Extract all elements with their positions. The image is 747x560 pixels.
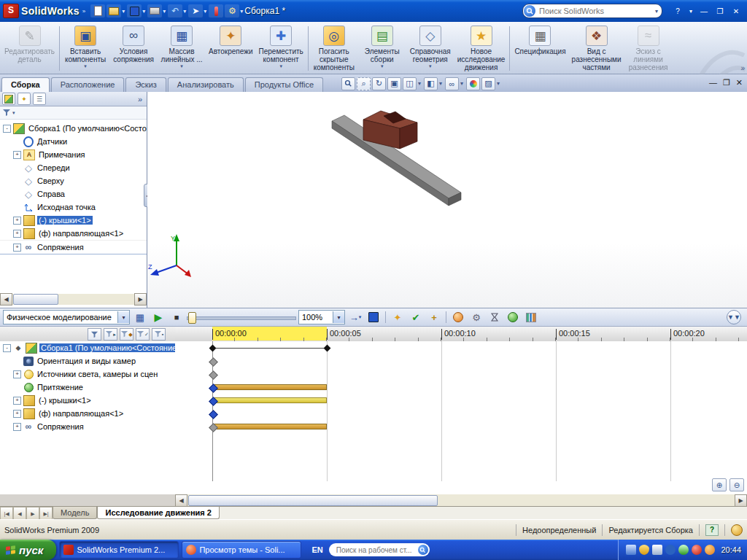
- autokey-icon[interactable]: ✔: [408, 310, 424, 325]
- slider-thumb[interactable]: [188, 312, 196, 324]
- print-icon[interactable]: [147, 4, 162, 18]
- chevron-down-icon[interactable]: ▾: [381, 63, 384, 69]
- scroll-left-icon[interactable]: ◀: [175, 494, 187, 507]
- taskbar-task-solidworks[interactable]: SolidWorks Premium 2...: [59, 541, 179, 559]
- assembly-features-button[interactable]: ▤ Элементы сборки ▾: [358, 23, 406, 74]
- chevron-down-icon[interactable]: ▾: [279, 63, 282, 69]
- new-document-icon[interactable]: [90, 4, 105, 18]
- search-dropdown-icon[interactable]: ▾: [655, 8, 658, 15]
- help-dropdown-icon[interactable]: ▾: [687, 6, 694, 17]
- playback-mode-icon[interactable]: →▾: [347, 310, 363, 325]
- doc-close-icon[interactable]: ✕: [736, 78, 743, 88]
- chevron-down-icon[interactable]: ▾: [180, 63, 183, 69]
- bill-of-materials-button[interactable]: ▦ Спецификация: [511, 23, 568, 74]
- key-diamond[interactable]: [209, 357, 218, 367]
- chevron-down-icon[interactable]: ▾: [84, 63, 87, 69]
- zoom-fit-icon[interactable]: [341, 77, 355, 90]
- motion-item-part-napravlyayushchaya[interactable]: + (ф) направляющая<1>: [0, 407, 175, 420]
- filter-animated-icon[interactable]: ▸: [104, 328, 117, 341]
- zoom-out-icon[interactable]: ⊖: [729, 478, 744, 491]
- tray-icon[interactable]: [652, 545, 662, 555]
- doc-restore-icon[interactable]: ❐: [723, 78, 730, 88]
- filter-selected-icon[interactable]: ✓: [136, 328, 150, 341]
- more-tabs-icon[interactable]: »: [138, 95, 142, 104]
- save-animation-icon[interactable]: [365, 310, 382, 325]
- minimize-button[interactable]: —: [697, 6, 711, 17]
- motion-item-gravity[interactable]: Притяжение: [0, 381, 175, 394]
- configuration-manager-tab-icon[interactable]: ☰: [33, 93, 46, 105]
- key-diamond[interactable]: [209, 345, 217, 352]
- simulation-bar[interactable]: [212, 424, 327, 429]
- start-button[interactable]: пуск: [0, 540, 56, 560]
- view-orientation-icon[interactable]: ◫: [403, 77, 417, 90]
- edit-component-button[interactable]: ✎ Редактировать деталь: [1, 23, 58, 74]
- timeline-ruler[interactable]: 00:00:00 00:00:05 00:00:10 00:00:15 00:0…: [175, 327, 747, 342]
- ribbon-overflow-icon[interactable]: »: [740, 64, 745, 72]
- language-indicator[interactable]: EN: [311, 545, 322, 554]
- filter-results-icon[interactable]: ▪: [152, 328, 166, 341]
- taskbar-task-browser[interactable]: Просмотр темы - Soli...: [182, 541, 301, 559]
- tree-item-front-plane[interactable]: ◇ Спереди: [0, 161, 147, 174]
- antivirus-icon[interactable]: [692, 545, 702, 555]
- options-icon[interactable]: ⚙: [225, 4, 239, 18]
- open-icon[interactable]: [107, 4, 121, 18]
- solidworks-search[interactable]: ▾: [522, 4, 662, 18]
- tree-item-right-plane[interactable]: ◇ Справа: [0, 187, 147, 201]
- hide-show-items-icon[interactable]: ∞: [445, 77, 459, 90]
- filter-all-icon[interactable]: [88, 328, 101, 341]
- show-hidden-components-button[interactable]: ◎ Погасить скрытые компоненты: [310, 23, 358, 74]
- tree-item-part-kryshki[interactable]: + (-) крышки<1>: [0, 214, 147, 227]
- tree-item-top-plane[interactable]: ◇ Сверху: [0, 174, 147, 187]
- motion-item-part-kryshki[interactable]: + (-) крышки<1>: [0, 394, 175, 407]
- explode-line-sketch-button[interactable]: ≈ Эскиз с линиями разнесения: [624, 23, 673, 74]
- section-view-icon[interactable]: ▣: [387, 77, 401, 90]
- tree-item-origin[interactable]: Исходная точка: [0, 201, 147, 214]
- undo-icon[interactable]: ↶: [168, 4, 182, 18]
- play-icon[interactable]: ▶: [150, 310, 166, 325]
- update-icon[interactable]: [705, 545, 715, 555]
- animation-wizard-icon[interactable]: ✦: [390, 310, 406, 325]
- smart-fasteners-button[interactable]: ✦ Автокрепежи: [206, 23, 255, 74]
- simulation-bar[interactable]: [212, 397, 327, 403]
- scrollbar-thumb[interactable]: [13, 294, 58, 305]
- edit-appearance-icon[interactable]: [466, 77, 480, 90]
- close-button[interactable]: ✕: [729, 6, 743, 17]
- restore-button[interactable]: ❐: [713, 6, 727, 17]
- apply-scene-icon[interactable]: ▨: [481, 77, 495, 90]
- filter-driving-icon[interactable]: ◆: [120, 328, 133, 341]
- zoom-in-icon[interactable]: ⊕: [712, 478, 727, 491]
- collapse-motion-manager-icon[interactable]: ▼▼: [727, 310, 741, 324]
- motion-item-lights[interactable]: + Источники света, камеры и сцен: [0, 368, 175, 381]
- tree-item-mates[interactable]: + ∞ Сопряжения: [0, 240, 147, 254]
- motor-icon[interactable]: [450, 310, 466, 325]
- display-style-icon[interactable]: ◧: [424, 77, 438, 90]
- tab-motion-study-2[interactable]: Исследование движения 2: [97, 507, 219, 519]
- timeline-scrollbar[interactable]: ◀ ▶: [175, 494, 747, 506]
- previous-view-icon[interactable]: ↻: [372, 77, 386, 90]
- simulation-bar[interactable]: [212, 384, 327, 390]
- doc-minimize-icon[interactable]: —: [709, 78, 717, 88]
- filter-dropdown-icon[interactable]: ▾: [12, 110, 15, 116]
- damper-icon[interactable]: [487, 310, 503, 325]
- reference-geometry-button[interactable]: ◇ Справочная геометрия ▾: [406, 23, 454, 74]
- desktop-search-input[interactable]: [335, 545, 418, 555]
- mate-button[interactable]: ∞ Условия сопряжения: [109, 23, 158, 74]
- select-icon[interactable]: ➤: [188, 4, 203, 18]
- key-diamond[interactable]: [209, 370, 218, 380]
- scroll-right-icon[interactable]: ▶: [735, 494, 747, 507]
- desktop-search[interactable]: [329, 543, 430, 556]
- tree-item-sensors[interactable]: Датчики: [0, 135, 147, 148]
- timeline-slider[interactable]: [187, 311, 296, 323]
- key-diamond[interactable]: [324, 345, 331, 352]
- move-component-button[interactable]: ✚ Переместить компонент ▾: [256, 23, 306, 74]
- tray-icon[interactable]: [626, 545, 636, 555]
- tab-model[interactable]: Модель: [53, 507, 97, 519]
- tab-analyze[interactable]: Анализировать: [168, 77, 244, 92]
- gravity-icon[interactable]: [505, 310, 521, 325]
- toolbar-overflow-icon[interactable]: »: [82, 8, 85, 15]
- calculate-icon[interactable]: ▦: [132, 310, 148, 325]
- timeline-rows[interactable]: [175, 341, 747, 481]
- linear-pattern-button[interactable]: ▦ Массив линейных ... ▾: [158, 23, 206, 74]
- save-icon[interactable]: [127, 4, 142, 18]
- tab-office-products[interactable]: Продукты Office: [245, 77, 323, 92]
